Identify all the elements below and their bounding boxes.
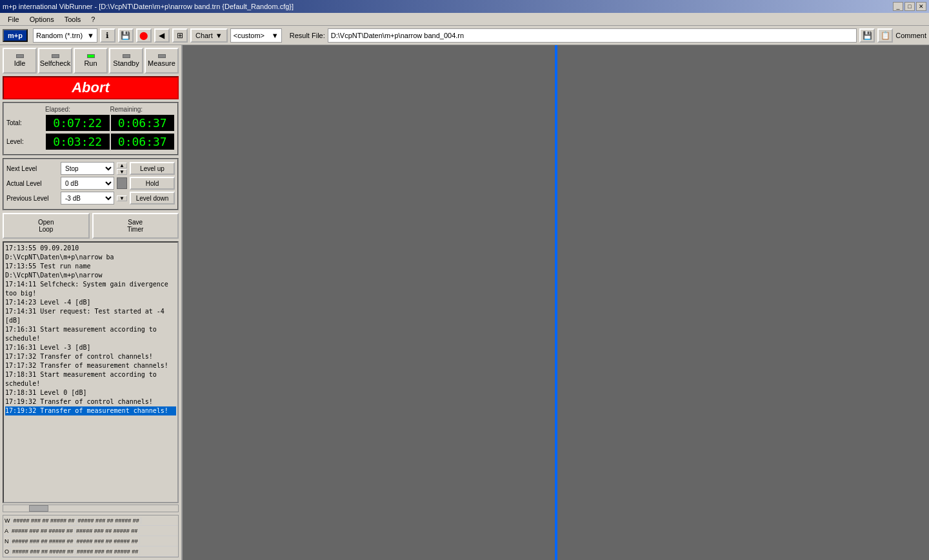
run-button[interactable]: Run [74,48,108,74]
timer-level-row: Level: 0:03:22 0:06:37 [6,133,175,150]
hold-btns [117,177,127,189]
hold-indicator [117,177,127,189]
level-remaining: 0:06:37 [111,134,175,150]
log-scrollbar[interactable] [3,505,179,512]
save-result-button[interactable]: 💾 [859,28,875,43]
level-elapsed: 0:03:22 [46,134,110,150]
title-bar-controls: _ □ ✕ [893,2,926,11]
log-entry: 17:18:31 Level 0 [dB] [5,388,176,397]
log-entry: 17:13:55 Test run name D:\VcpNT\Daten\m+… [5,262,176,280]
log-area[interactable]: 17:13:55 09.09.2010 D:\VcpNT\Daten\m+p\n… [3,241,179,503]
log-entry: 17:13:55 09.09.2010 D:\VcpNT\Daten\m+p\n… [5,244,176,262]
action-buttons: OpenLoop SaveTimer [3,213,179,239]
menu-tools[interactable]: Tools [59,14,86,25]
log-entry: 17:16:31 Start measurement according to … [5,325,176,343]
idle-led [16,54,24,58]
toolbar: m+p Random (*.trn) ▼ ℹ 💾 ⬤ ◀ ⊞ Chart ▼ <… [0,26,929,45]
menu-file[interactable]: File [3,14,25,25]
idle-button[interactable]: Idle [3,48,37,74]
result-label: Result File: [290,32,325,39]
file-dropdown[interactable]: Random (*.trn) ▼ [33,28,97,43]
mode-buttons: Idle Selfcheck Run Standby Measure [3,48,179,74]
menu-options[interactable]: Options [25,14,59,25]
log-entry: 17:19:32 Transfer of measurement channel… [5,406,176,415]
maximize-button[interactable]: □ [904,2,915,11]
status-grid: W##### ### ## ##### ####### ### ## #####… [3,515,179,557]
result-file: D:\VcpNT\Daten\m+p\narrow band_004.rn [328,28,857,43]
stop-button[interactable]: ⬤ [136,28,152,43]
grid-button[interactable]: ⊞ [172,28,188,43]
abort-button[interactable]: Abort [3,76,179,99]
comment-open-button[interactable]: 📋 [877,28,893,43]
level-up-btns: ▲ ▼ [117,163,127,175]
arrow-down-btn[interactable]: ▼ [117,195,127,201]
save-timer-button[interactable]: SaveTimer [92,213,179,239]
actual-level-row: Actual Level 0 dB Hold [6,177,175,190]
log-entry: 17:18:31 Start measurement according to … [5,370,176,388]
log-entry: 17:14:31 User request: Test started at -… [5,307,176,325]
menu-bar: File Options Tools ? [0,13,929,26]
arrow-down-btn2[interactable]: ▼ [117,169,127,175]
actual-level-dropdown[interactable]: 0 dB [61,177,114,190]
charts-container: 1e+04 100 1 60 80 100 140 160 220 280 31… [183,45,929,560]
menu-help[interactable]: ? [86,14,100,25]
minimize-button[interactable]: _ [893,2,903,11]
selfcheck-led [52,54,59,58]
arrow-up-btn[interactable]: ▲ [117,163,127,168]
log-entry: 17:17:32 Transfer of control channels! [5,352,176,361]
previous-level-row: Previous Level -3 dB ▼ Level down [6,192,175,205]
main-layout: Idle Selfcheck Run Standby Measure Abort [0,45,929,560]
custom-dropdown[interactable]: <custom> ▼ [230,28,282,43]
selfcheck-button[interactable]: Selfcheck [38,48,72,74]
previous-level-dropdown[interactable]: -3 dB [61,192,114,205]
log-entry: 17:16:31 Level -3 [dB] [5,343,176,352]
close-button[interactable]: ✕ [916,2,926,11]
left-panel: Idle Selfcheck Run Standby Measure Abort [0,45,183,560]
scroll-thumb[interactable] [29,505,48,512]
timer-header: Elapsed: Remaining: [6,106,175,113]
timer-total-row: Total: 0:07:22 0:06:37 [6,114,175,132]
status-row: O##### ### ## ##### ####### ### ## #####… [3,546,178,557]
open-loop-button[interactable]: OpenLoop [3,213,90,239]
back-button[interactable]: ◀ [154,28,170,43]
left-charts: 1e+04 100 1 60 80 100 140 160 220 280 31… [183,45,555,560]
log-entry: 17:19:32 Transfer of control channels! [5,397,176,406]
title-bar: m+p international VibRunner - [D:\VcpNT\… [0,0,929,13]
level-up-button[interactable]: Level up [130,162,175,175]
level-controls: Next Level Stop ▲ ▼ Level up Actual Leve… [3,158,179,210]
status-row: N##### ### ## ##### ####### ### ## #####… [3,536,178,546]
info-button[interactable]: ℹ [100,28,115,43]
standby-button[interactable]: Standby [109,48,143,74]
save-button[interactable]: 💾 [118,28,134,43]
comment-label: Comment [895,32,926,39]
next-level-row: Next Level Stop ▲ ▼ Level up [6,162,175,175]
title-bar-text: m+p international VibRunner - [D:\VcpNT\… [3,3,294,10]
timer-section: Elapsed: Remaining: Total: 0:07:22 0:06:… [3,102,179,155]
status-row: A##### ### ## ##### ####### ### ## #####… [3,526,178,536]
log-entry: 17:14:23 Level -4 [dB] [5,298,176,307]
chart-dropdown[interactable]: Chart ▼ [190,28,228,43]
standby-led [123,54,130,58]
logo: m+p [3,29,28,42]
measure-led [158,54,166,58]
run-led [87,54,95,58]
next-level-dropdown[interactable]: Stop [61,162,114,175]
measure-button[interactable]: Measure [145,48,179,74]
total-remaining: 0:06:37 [111,115,175,131]
level-down-button[interactable]: Level down [130,192,175,205]
log-entry: 17:17:32 Transfer of measurement channel… [5,361,176,370]
right-charts: 1000 10 0.1 60 80 100 140 160 220 280 31… [557,45,930,560]
hold-button[interactable]: Hold [130,177,175,190]
total-elapsed: 0:07:22 [46,115,110,131]
status-row: W##### ### ## ##### ####### ### ## #####… [3,515,178,526]
log-entry: 17:14:11 Selfcheck: System gain divergen… [5,280,176,298]
level-down-btns: ▼ [117,195,127,201]
